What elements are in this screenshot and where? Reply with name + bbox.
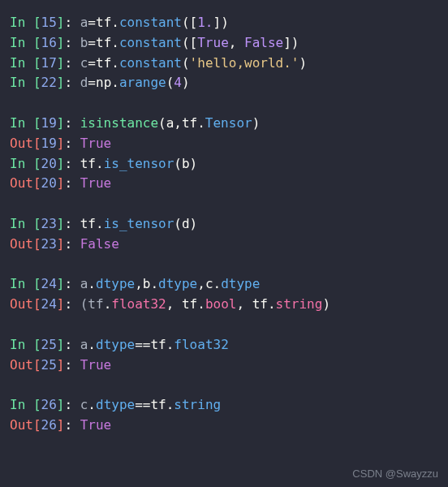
code-token: 'hello,world.' — [190, 55, 299, 71]
code-token: (a,tf. — [158, 115, 205, 131]
code-token: True — [80, 357, 112, 373]
code-token: tf — [150, 337, 166, 352]
in-prompt: In — [10, 15, 33, 30]
in-prompt: In — [10, 216, 33, 231]
code-token: ([ — [182, 35, 197, 50]
in-prompt: In — [10, 75, 33, 90]
prompt-number: 19 — [41, 115, 57, 131]
code-token: a — [80, 15, 88, 30]
input-line: In [24]: a.dtype,b.dtype,c.dtype — [10, 274, 438, 295]
code-token: 4 — [174, 75, 182, 90]
code-token: = — [88, 15, 96, 30]
input-line: In [23]: tf.is_tensor(d) — [10, 214, 438, 235]
code-token: . — [111, 35, 119, 50]
code-token: . — [111, 75, 119, 90]
code-token: float32 — [111, 296, 166, 312]
code-token: (b) — [174, 156, 197, 171]
code-token: ]) — [213, 15, 229, 30]
code-token: tf — [80, 216, 96, 231]
out-prompt: Out — [10, 236, 33, 252]
code-token: dtype — [96, 276, 135, 291]
code-token: ]) — [283, 35, 299, 50]
code-token: constant — [119, 15, 182, 30]
code-token: constant — [119, 35, 182, 50]
prompt-number: 24 — [41, 276, 57, 291]
blank-line — [10, 194, 438, 214]
code-token: == — [135, 337, 150, 352]
code-token: b — [80, 35, 88, 50]
code-token: = — [88, 35, 96, 50]
code-token: ( — [166, 75, 174, 90]
code-token: , tf. — [236, 296, 275, 312]
code-token: a — [80, 276, 88, 291]
in-prompt: In — [10, 55, 33, 71]
in-prompt: In — [10, 276, 33, 291]
in-prompt: In — [10, 397, 33, 412]
output-line: Out[23]: False — [10, 235, 438, 255]
code-token: True — [80, 417, 112, 433]
prompt-number: 26 — [41, 397, 57, 412]
prompt-number: 23 — [41, 216, 57, 231]
code-token: is_tensor — [104, 216, 174, 231]
code-token: dtype — [96, 397, 135, 412]
code-block: In [15]: a=tf.constant([1.])In [16]: b=t… — [10, 13, 438, 436]
code-token: ,c. — [197, 276, 221, 291]
input-line: In [17]: c=tf.constant('hello,world.') — [10, 54, 438, 74]
code-token: True — [197, 35, 229, 50]
code-token: is_tensor — [104, 156, 174, 171]
code-token: ([ — [182, 15, 197, 30]
code-token: . — [88, 337, 96, 352]
out-prompt: Out — [10, 357, 33, 373]
code-token: np — [96, 75, 111, 90]
output-line: Out[24]: (tf.float32, tf.bool, tf.string… — [10, 295, 438, 315]
out-prompt: Out — [10, 296, 33, 312]
input-line: In [19]: isinstance(a,tf.Tensor) — [10, 114, 438, 134]
in-prompt: In — [10, 115, 33, 131]
input-line: In [20]: tf.is_tensor(b) — [10, 154, 438, 175]
prompt-number: 23 — [41, 236, 57, 252]
prompt-number: 25 — [41, 357, 57, 373]
code-token: string — [276, 296, 323, 312]
code-token: arange — [119, 75, 166, 90]
blank-line — [10, 315, 438, 335]
prompt-number: 24 — [41, 296, 57, 312]
input-line: In [26]: c.dtype==tf.string — [10, 395, 438, 416]
output-line: Out[26]: True — [10, 416, 438, 436]
output-line: Out[19]: True — [10, 134, 438, 154]
prompt-number: 20 — [41, 156, 57, 171]
code-token: ,b. — [135, 276, 158, 291]
code-token: (tf — [80, 296, 104, 312]
code-token: . — [111, 55, 119, 71]
code-token: . — [96, 156, 104, 171]
code-token: tf — [150, 397, 166, 412]
blank-line — [10, 93, 438, 114]
input-line: In [22]: d=np.arange(4) — [10, 73, 438, 93]
code-token: a — [80, 337, 88, 352]
in-prompt: In — [10, 156, 33, 171]
in-prompt: In — [10, 337, 33, 352]
prompt-number: 26 — [41, 417, 57, 433]
code-token: . — [96, 216, 104, 231]
code-token: constant — [119, 55, 182, 71]
input-line: In [16]: b=tf.constant([True, False]) — [10, 33, 438, 54]
code-token: . — [166, 337, 174, 352]
code-token: c — [80, 55, 88, 71]
watermark: CSDN @Swayzzu — [352, 466, 438, 482]
code-token: tf — [96, 15, 111, 30]
input-line: In [25]: a.dtype==tf.float32 — [10, 335, 438, 356]
code-token: dtype — [221, 276, 260, 291]
input-line: In [15]: a=tf.constant([1.]) — [10, 13, 438, 33]
code-token: , tf. — [166, 296, 205, 312]
code-token: . — [88, 276, 96, 291]
prompt-number: 22 — [41, 75, 57, 90]
code-token: dtype — [96, 337, 135, 352]
code-token: = — [88, 75, 96, 90]
code-token: d — [80, 75, 88, 90]
code-token: == — [135, 397, 150, 412]
blank-line — [10, 375, 438, 395]
output-line: Out[20]: True — [10, 174, 438, 194]
code-token: ) — [299, 55, 307, 71]
in-prompt: In — [10, 35, 33, 50]
code-token: , — [229, 35, 244, 50]
code-token: = — [88, 55, 96, 71]
